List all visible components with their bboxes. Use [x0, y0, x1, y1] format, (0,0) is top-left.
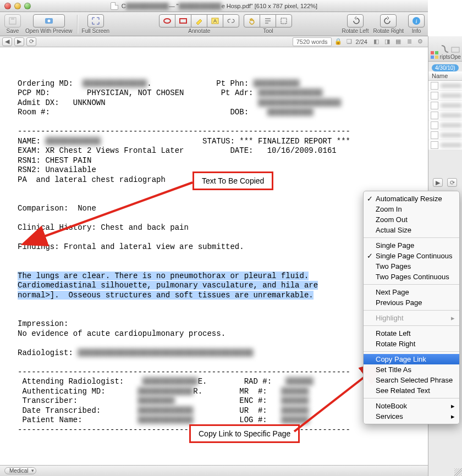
- rotate-left-button[interactable]: [347, 14, 364, 27]
- window-title: C██████████ — "██████████e Hosp.pdf" [61…: [0, 0, 428, 12]
- menu-item-rotate-right[interactable]: Rotate Right: [364, 339, 459, 349]
- open-icon[interactable]: [450, 44, 460, 54]
- list-item[interactable]: [428, 130, 462, 140]
- save-button[interactable]: [4, 14, 21, 27]
- side-nav-reload[interactable]: ⟳: [447, 178, 457, 187]
- side-nav-back[interactable]: ▶: [433, 178, 443, 187]
- tool-text-select-button[interactable]: [260, 14, 276, 27]
- menu-item-highlight[interactable]: Highlight: [364, 313, 459, 323]
- save-label: Save: [7, 28, 19, 34]
- doc-icon[interactable]: ❏: [345, 37, 354, 46]
- side-file-list[interactable]: Name: [428, 71, 462, 150]
- side-name-header[interactable]: Name: [428, 71, 462, 81]
- menu-item-see-related-text[interactable]: See Related Text: [364, 385, 459, 396]
- menu-item-zoom-out[interactable]: Zoom Out: [364, 214, 459, 225]
- tool-label: Tool: [263, 28, 273, 34]
- annotate-link-button[interactable]: [223, 14, 239, 27]
- menu-item-single-page-continuous[interactable]: Single Page Continuous: [364, 251, 459, 261]
- text-cursor-icon: [263, 16, 272, 25]
- tool-marquee-button[interactable]: [276, 14, 292, 27]
- menu-item-actual-size[interactable]: Actual Size: [364, 225, 459, 235]
- menu-item-single-page[interactable]: Single Page: [364, 240, 459, 251]
- tag-icon[interactable]: ◧: [372, 37, 381, 46]
- document-page: Ordering MD: ██████████████. Pt Phn: ███…: [4, 47, 422, 465]
- menu-item-services[interactable]: Services: [364, 411, 459, 422]
- list-item[interactable]: [428, 101, 462, 110]
- menu-item-set-title-as[interactable]: Set Title As: [364, 364, 459, 375]
- callout-text-to-copy: Text To Be Copied: [193, 171, 273, 190]
- callout-copy-link: Copy Link to Specific Page: [189, 424, 300, 443]
- info-button[interactable]: i: [408, 14, 425, 27]
- window-titlebar: C██████████ — "██████████e Hosp.pdf" [61…: [0, 0, 428, 12]
- menu-item-zoom-in[interactable]: Zoom In: [364, 204, 459, 214]
- preview-app-icon: [45, 16, 53, 25]
- fullscreen-icon: [91, 16, 100, 25]
- oval-icon: [163, 16, 172, 25]
- open-with-preview-button[interactable]: [33, 14, 65, 27]
- svg-rect-8: [281, 18, 287, 24]
- menu-item-two-pages[interactable]: Two Pages: [364, 261, 459, 272]
- pin-icon[interactable]: 🔒: [334, 37, 343, 46]
- nav-back-button[interactable]: ◀: [2, 37, 12, 46]
- side-date-pill[interactable]: 4/30/10): [432, 64, 459, 71]
- rotate-right-icon: [384, 16, 393, 25]
- full-screen-button[interactable]: [87, 14, 104, 27]
- menu-item-search-selected-phrase[interactable]: Search Selected Phrase: [364, 375, 459, 385]
- list-item[interactable]: [428, 140, 462, 150]
- grid-icon[interactable]: ▦: [394, 37, 403, 46]
- menu-item-rotate-left[interactable]: Rotate Left: [364, 328, 459, 339]
- info-label: Info: [412, 28, 421, 34]
- svg-rect-16: [435, 56, 438, 59]
- svg-rect-5: [180, 19, 186, 23]
- list-item[interactable]: [428, 110, 462, 120]
- columns-icon[interactable]: ≣: [405, 37, 414, 46]
- menu-item-previous-page[interactable]: Previous Page: [364, 297, 459, 308]
- bottom-tab-medical[interactable]: Medical: [4, 467, 36, 474]
- menu-item-copy-page-link[interactable]: Copy Page Link: [364, 354, 459, 364]
- annotate-oval-button[interactable]: [159, 14, 175, 27]
- rotate-right-button[interactable]: [380, 14, 397, 27]
- svg-text:A: A: [213, 18, 217, 24]
- minimize-window-button[interactable]: [14, 3, 21, 9]
- annotate-label: Annotate: [188, 28, 210, 34]
- info-icon: i: [412, 16, 421, 25]
- open-with-preview-label: Open With Preview: [25, 28, 73, 34]
- svg-point-4: [164, 19, 170, 23]
- close-window-button[interactable]: [4, 3, 11, 9]
- menu-item-next-page[interactable]: Next Page: [364, 287, 459, 297]
- svg-point-3: [47, 19, 50, 22]
- nav-reload-button[interactable]: ⟳: [26, 37, 36, 46]
- menu-item-two-pages-continuous[interactable]: Two Pages Continuous: [364, 272, 459, 282]
- secondary-toolbar: ◀ ▶ ⟳ 7520 words 🔒 ❏ 2/24 ◧ ◨ ▦ ≣ ⚙: [0, 36, 428, 47]
- context-menu[interactable]: Automatically ResizeZoom InZoom OutActua…: [363, 191, 460, 424]
- full-screen-label: Full Screen: [82, 28, 110, 34]
- annotate-rect-button[interactable]: [175, 14, 191, 27]
- rotate-left-icon: [351, 16, 360, 25]
- list-item[interactable]: [428, 91, 462, 101]
- nav-forward-button[interactable]: ▶: [14, 37, 24, 46]
- list-item[interactable]: [428, 120, 462, 130]
- zoom-window-button[interactable]: [24, 3, 31, 9]
- marquee-icon: [279, 16, 288, 25]
- sidebar-right-icon[interactable]: ◨: [383, 37, 392, 46]
- svg-rect-15: [431, 56, 434, 59]
- rotate-right-label: Rotate Right: [373, 28, 404, 34]
- svg-rect-13: [431, 51, 434, 54]
- menu-item-automatically-resize[interactable]: Automatically Resize: [364, 193, 459, 204]
- link-icon: [227, 16, 235, 25]
- rectangle-icon: [179, 16, 188, 25]
- main-toolbar: Save Open With Preview Full Screen A A: [0, 12, 428, 36]
- script-icon[interactable]: [440, 44, 450, 54]
- tool-hand-button[interactable]: [244, 14, 260, 27]
- menu-item-notebook[interactable]: NoteBook: [364, 401, 459, 411]
- resize-handle[interactable]: [454, 468, 462, 476]
- list-item[interactable]: [428, 81, 462, 91]
- annotate-textbox-button[interactable]: A: [207, 14, 223, 27]
- text-box-icon: A: [211, 16, 219, 25]
- gear-icon[interactable]: ⚙: [416, 37, 425, 46]
- hand-icon: [248, 16, 256, 25]
- svg-text:i: i: [415, 18, 417, 24]
- word-count: 7520 words: [293, 37, 332, 46]
- swatch-icon[interactable]: [430, 50, 439, 60]
- annotate-highlight-button[interactable]: [191, 14, 207, 27]
